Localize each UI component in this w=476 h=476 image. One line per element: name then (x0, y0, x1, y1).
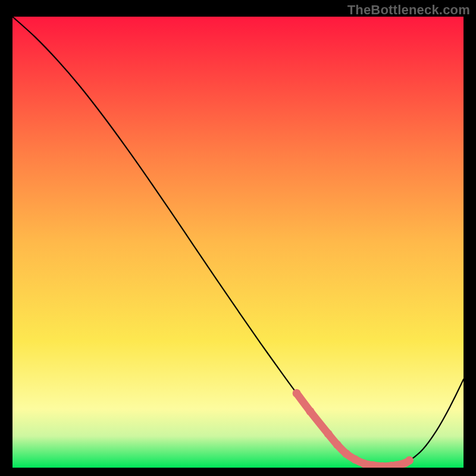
attribution-text: TheBottleneck.com (347, 2, 470, 18)
highlight-dot (405, 456, 414, 465)
highlight-dot (324, 430, 333, 438)
highlight-dot (333, 440, 342, 449)
highlight-dot (293, 389, 301, 397)
chart-container (12, 17, 464, 468)
chart-background-gradient (12, 17, 464, 468)
bottleneck-chart (12, 17, 464, 468)
highlight-dot (351, 455, 359, 464)
highlight-dot (306, 407, 314, 415)
highlight-dot (360, 459, 368, 468)
page-frame: TheBottleneck.com (0, 0, 476, 476)
highlight-dot (342, 450, 350, 458)
